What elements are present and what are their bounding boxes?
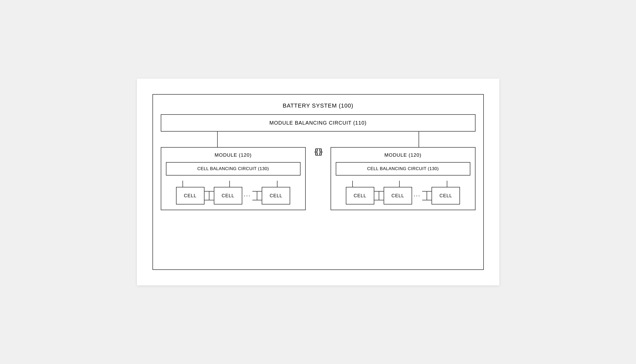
modules-row: MODULE (120) CELL BALANCING CIRCUIT (130… (161, 132, 476, 262)
module-label-right: MODULE (120) (384, 152, 421, 158)
module-box-right: MODULE (120) CELL BALANCING CIRCUIT (130… (331, 147, 476, 210)
h-connector-3 (374, 187, 384, 204)
cell-box-5: CELL (384, 187, 412, 204)
cell-box-3: CELL (262, 187, 290, 204)
h-connector-1 (204, 187, 214, 204)
connector-line-left (217, 132, 218, 147)
cell-balancing-box-left: CELL BALANCING CIRCUIT (130) (166, 162, 301, 176)
series-symbol-left: {{ (314, 147, 317, 156)
cell-box-6: CELL (432, 187, 460, 204)
battery-system-title: BATTERY SYSTEM (100) (283, 102, 353, 109)
module-balancing-circuit-box: MODULE BALANCING CIRCUIT (110) (161, 114, 476, 132)
h-connector-4 (422, 187, 432, 204)
cell-label-4: CELL (354, 193, 366, 199)
cell-connect-lines-right (336, 181, 470, 187)
series-connector: {{ }} (312, 147, 324, 156)
cell-box-1: CELL (176, 187, 204, 204)
module-label-left: MODULE (120) (215, 152, 252, 158)
cells-row-left: CELL CELL ··· (166, 187, 301, 204)
cell-balancing-box-right: CELL BALANCING CIRCUIT (130) (336, 162, 470, 176)
cell-label-2: CELL (222, 193, 234, 199)
module-box-left: MODULE (120) CELL BALANCING CIRCUIT (130… (161, 147, 306, 210)
dots-separator-right: ··· (414, 192, 421, 199)
cell-box-2: CELL (214, 187, 242, 204)
dots-separator-left: ··· (244, 192, 251, 199)
cell-label-5: CELL (391, 193, 404, 199)
cell-balancing-label-left: CELL BALANCING CIRCUIT (130) (169, 166, 297, 171)
diagram-container: BATTERY SYSTEM (100) MODULE BALANCING CI… (137, 79, 499, 285)
cell-connect-lines-left (166, 181, 301, 187)
battery-system-box: BATTERY SYSTEM (100) MODULE BALANCING CI… (152, 94, 484, 270)
series-symbol-right: }} (319, 147, 322, 156)
connector-line-right (419, 132, 419, 147)
cells-row-right: CELL CELL ··· (336, 187, 470, 204)
cell-box-4: CELL (346, 187, 374, 204)
cell-label-3: CELL (270, 193, 282, 199)
module-balancing-label: MODULE BALANCING CIRCUIT (110) (166, 120, 470, 126)
cell-balancing-label-right: CELL BALANCING CIRCUIT (130) (339, 166, 467, 171)
h-connector-2 (252, 187, 262, 204)
cell-label-6: CELL (440, 193, 452, 199)
cell-label-1: CELL (184, 193, 196, 199)
